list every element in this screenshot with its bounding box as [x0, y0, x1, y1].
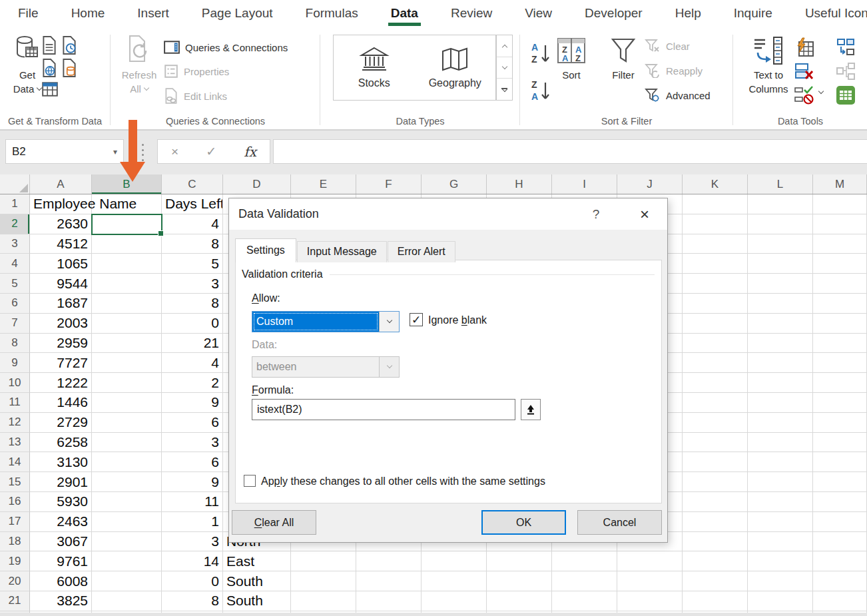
cell-K18[interactable]	[683, 532, 748, 552]
from-web-icon[interactable]	[41, 59, 57, 80]
sort-descending-button[interactable]: ZA	[531, 79, 551, 107]
cell-M21[interactable]	[813, 591, 867, 611]
cell-B12[interactable]	[92, 413, 162, 433]
row-header-21[interactable]: 21	[0, 591, 30, 611]
cell-C15[interactable]: 9	[162, 472, 223, 492]
cell-C11[interactable]: 9	[162, 393, 223, 413]
remove-duplicates-button[interactable]	[794, 61, 814, 84]
cell-M15[interactable]	[813, 472, 867, 492]
cell-B20[interactable]	[92, 571, 162, 591]
cell-K19[interactable]	[683, 551, 748, 571]
cell-B7[interactable]	[92, 314, 162, 334]
refresh-all-button[interactable]: Refresh All	[119, 33, 160, 96]
formula-input[interactable]	[273, 139, 867, 164]
filter-button[interactable]: Filter	[603, 33, 644, 82]
from-table-range-icon[interactable]	[41, 81, 59, 100]
ok-button[interactable]: OK	[481, 510, 566, 535]
cell-A18[interactable]: 3067	[30, 532, 92, 552]
column-header-H[interactable]: H	[487, 174, 552, 194]
geography-button[interactable]: Geography	[415, 35, 496, 100]
cell-K16[interactable]	[683, 492, 748, 512]
edit-links-button[interactable]: Edit Links	[164, 88, 227, 104]
cell-C2[interactable]: 4	[162, 214, 223, 234]
cell-C4[interactable]: 5	[162, 254, 223, 274]
cell-B18[interactable]	[92, 532, 162, 552]
cell-M13[interactable]	[813, 433, 867, 453]
column-header-E[interactable]: E	[291, 174, 356, 194]
cell-M8[interactable]	[813, 334, 867, 354]
clear-filter-button[interactable]: Clear	[645, 39, 690, 53]
tab-home[interactable]: Home	[70, 5, 107, 25]
cell-K11[interactable]	[683, 393, 748, 413]
gallery-more-button[interactable]	[497, 79, 512, 100]
row-header-8[interactable]: 8	[0, 334, 30, 354]
cell-M1[interactable]	[813, 194, 867, 214]
cell-L21[interactable]	[748, 591, 813, 611]
cell-A21[interactable]: 3825	[30, 591, 92, 611]
sort-button[interactable]: Z A A Z Sort	[551, 33, 591, 82]
cell-M20[interactable]	[813, 571, 867, 591]
row-header-13[interactable]: 13	[0, 433, 30, 453]
select-all-corner[interactable]	[0, 174, 30, 194]
cell-F21[interactable]	[356, 591, 422, 611]
existing-connections-icon[interactable]	[61, 59, 77, 80]
cell-A2[interactable]: 2630	[30, 214, 92, 234]
column-header-K[interactable]: K	[683, 174, 748, 194]
cell-M5[interactable]	[813, 274, 867, 294]
cell-K9[interactable]	[683, 353, 748, 373]
cell-H19[interactable]	[487, 551, 552, 571]
row-header-19[interactable]: 19	[0, 551, 30, 571]
cell-K14[interactable]	[683, 452, 748, 472]
cell-B6[interactable]	[92, 294, 162, 314]
cell-L17[interactable]	[748, 512, 813, 532]
cell-C19[interactable]: 14	[162, 551, 223, 571]
relationships-button[interactable]	[836, 61, 856, 84]
cell-L14[interactable]	[748, 452, 813, 472]
cell-M7[interactable]	[813, 314, 867, 334]
row-header-4[interactable]: 4	[0, 254, 30, 274]
cell-A9[interactable]: 7727	[30, 353, 92, 373]
dialog-tab-error-alert[interactable]: Error Alert	[388, 241, 455, 262]
cell-M3[interactable]	[813, 234, 867, 254]
cell-C6[interactable]: 8	[162, 294, 223, 314]
cell-A6[interactable]: 1687	[30, 294, 92, 314]
cell-C21[interactable]: 8	[162, 591, 223, 611]
cell-C3[interactable]: 8	[162, 234, 223, 254]
cell-C16[interactable]: 11	[162, 492, 223, 512]
allow-dropdown[interactable]: Custom	[252, 311, 400, 332]
cell-B8[interactable]	[92, 334, 162, 354]
cell-G19[interactable]	[422, 551, 487, 571]
cell-J21[interactable]	[617, 591, 683, 611]
cell-C18[interactable]: 3	[162, 532, 223, 552]
gallery-scroll-up-button[interactable]	[497, 35, 512, 57]
cell-M4[interactable]	[813, 254, 867, 274]
queries-connections-button[interactable]: Queries & Connections	[164, 40, 288, 55]
cell-D19[interactable]: East	[223, 551, 291, 571]
cell-C10[interactable]: 2	[162, 373, 223, 393]
cell-B4[interactable]	[92, 254, 162, 274]
name-box-dropdown-icon[interactable]: ▾	[113, 147, 117, 156]
cell-K13[interactable]	[683, 433, 748, 453]
cell-A20[interactable]: 6008	[30, 571, 92, 591]
cell-M19[interactable]	[813, 551, 867, 571]
cell-L8[interactable]	[748, 334, 813, 354]
column-header-I[interactable]: I	[552, 174, 617, 194]
cell-B3[interactable]	[92, 234, 162, 254]
cell-A19[interactable]: 9761	[30, 551, 92, 571]
gallery-scroll-down-button[interactable]	[497, 57, 512, 79]
cell-K6[interactable]	[683, 294, 748, 314]
collapse-dialog-button[interactable]	[521, 399, 541, 420]
cell-I19[interactable]	[552, 551, 617, 571]
text-to-columns-button[interactable]: Text to Columns	[746, 33, 791, 96]
cell-M2[interactable]	[813, 214, 867, 234]
cell-H20[interactable]	[487, 571, 552, 591]
column-header-M[interactable]: M	[813, 174, 867, 194]
tab-file[interactable]: File	[17, 5, 40, 25]
cell-C20[interactable]: 0	[162, 571, 223, 591]
consolidate-button[interactable]	[836, 37, 856, 60]
cell-K21[interactable]	[683, 591, 748, 611]
cell-K4[interactable]	[683, 254, 748, 274]
cell-K10[interactable]	[683, 373, 748, 393]
dialog-close-button[interactable]: ×	[627, 198, 662, 230]
cell-M14[interactable]	[813, 452, 867, 472]
